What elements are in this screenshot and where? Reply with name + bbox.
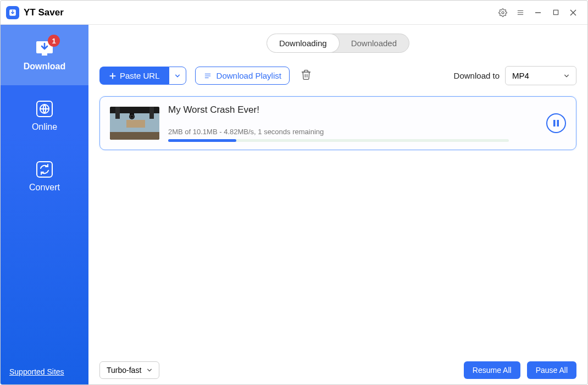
app-logo	[6, 6, 19, 19]
trash-icon	[301, 69, 312, 80]
svg-rect-29	[557, 120, 559, 127]
svg-rect-24	[126, 120, 145, 128]
resume-all-button[interactable]: Resume All	[464, 361, 520, 379]
speed-mode-select[interactable]: Turbo-fast	[99, 361, 159, 379]
maximize-icon[interactable]	[547, 4, 564, 21]
playlist-icon	[203, 72, 212, 80]
download-stats: 2MB of 10.1MB - 4.82MB/s, 1 seconds rema…	[168, 128, 537, 136]
svg-rect-21	[110, 132, 159, 140]
svg-rect-23	[149, 107, 154, 119]
tab-downloaded[interactable]: Downloaded	[339, 34, 409, 52]
download-title: My Worst Crash Ever!	[168, 105, 537, 116]
main-area: Downloading Downloaded Paste URL Do	[88, 25, 587, 385]
download-badge: 1	[48, 35, 60, 47]
download-playlist-button[interactable]: Download Playlist	[195, 67, 290, 85]
globe-icon	[35, 99, 54, 119]
svg-point-1	[502, 12, 504, 14]
sidebar-item-label: Online	[32, 122, 57, 132]
tab-downloading[interactable]: Downloading	[267, 34, 339, 52]
pause-button[interactable]	[546, 113, 566, 133]
convert-icon	[35, 160, 54, 179]
minimize-icon[interactable]	[529, 4, 547, 21]
close-icon[interactable]	[564, 4, 582, 21]
chevron-down-icon	[147, 367, 152, 373]
sidebar-item-convert[interactable]: Convert	[1, 146, 88, 206]
supported-sites-link[interactable]: Supported Sites	[1, 367, 88, 385]
video-thumbnail	[110, 107, 159, 140]
sidebar-item-online[interactable]: Online	[1, 85, 88, 146]
sidebar-item-download[interactable]: Download 1	[1, 25, 88, 85]
download-card: My Worst Crash Ever! 2MB of 10.1MB - 4.8…	[99, 96, 576, 150]
titlebar: YT Saver	[1, 1, 587, 25]
settings-icon[interactable]	[494, 4, 512, 21]
pause-all-button[interactable]: Pause All	[527, 361, 576, 379]
tabs: Downloading Downloaded	[267, 34, 409, 53]
svg-rect-13	[37, 162, 52, 177]
format-select[interactable]: MP4	[505, 66, 576, 85]
footer: Turbo-fast Resume All Pause All	[88, 355, 587, 385]
pause-icon	[552, 119, 560, 127]
app-name: YT Saver	[24, 7, 64, 18]
toolbar: Paste URL Download Playlist	[99, 66, 576, 85]
chevron-down-icon	[564, 73, 569, 79]
download-to-label: Download to	[454, 71, 500, 80]
paste-url-dropdown[interactable]	[169, 67, 186, 85]
svg-rect-10	[42, 53, 47, 56]
paste-url-button[interactable]: Paste URL	[99, 67, 169, 85]
sidebar: Download 1 Online Convert	[1, 25, 88, 385]
delete-button[interactable]	[298, 67, 314, 85]
progress-bar	[168, 139, 509, 142]
svg-rect-6	[553, 10, 558, 14]
chevron-down-icon	[175, 73, 180, 79]
menu-icon[interactable]	[512, 4, 529, 21]
sidebar-item-label: Download	[24, 62, 65, 72]
svg-rect-28	[553, 120, 556, 127]
sidebar-item-label: Convert	[29, 183, 60, 193]
svg-rect-22	[115, 107, 120, 119]
